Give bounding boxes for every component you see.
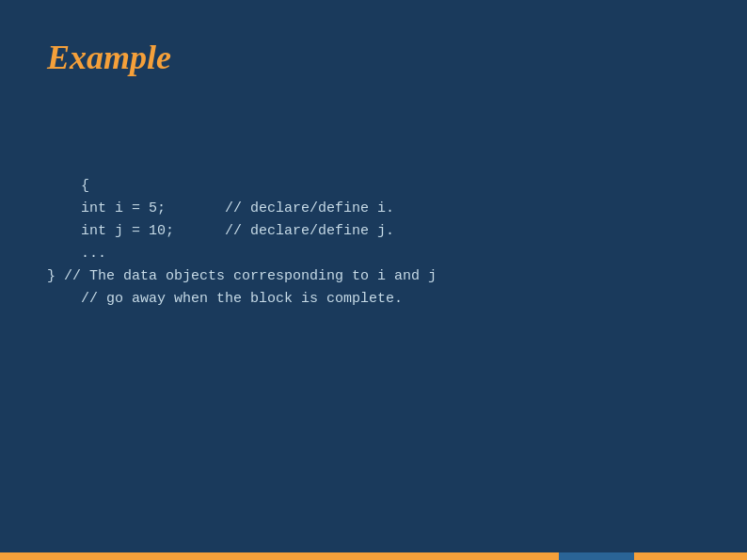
bottom-bar	[0, 552, 747, 560]
code-block: { int i = 5; // declare/define i. int j …	[47, 152, 700, 333]
bar-orange-left	[0, 552, 559, 560]
bar-blue	[559, 552, 634, 560]
code-line-1: { int i = 5; // declare/define i. int j …	[47, 178, 437, 307]
slide: Example { int i = 5; // declare/define i…	[0, 0, 747, 560]
bar-orange-right	[634, 552, 747, 560]
slide-title: Example	[47, 38, 700, 77]
